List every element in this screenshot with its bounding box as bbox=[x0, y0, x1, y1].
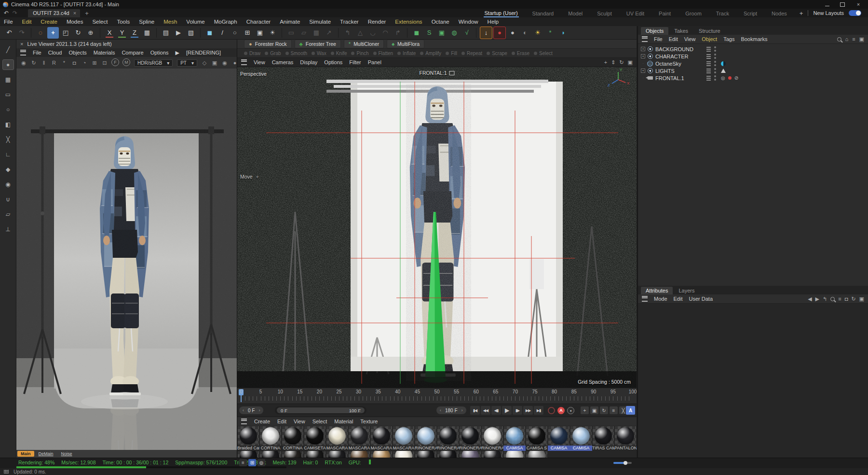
material-item[interactable]: CAMISA S bbox=[526, 426, 548, 451]
material-sphere[interactable] bbox=[484, 427, 501, 445]
autokey-mode-button[interactable]: A bbox=[626, 406, 635, 415]
forward-icon[interactable]: ▶ bbox=[815, 296, 819, 302]
material-sphere[interactable] bbox=[240, 427, 257, 445]
picker-icon[interactable]: ⊡ bbox=[100, 58, 109, 67]
material-sphere[interactable] bbox=[439, 427, 457, 445]
redo-icon[interactable]: ↷ bbox=[16, 27, 27, 39]
menu-mesh[interactable]: Mesh bbox=[163, 19, 177, 25]
octane-mix-material-icon[interactable]: ◐ bbox=[519, 27, 531, 39]
octane-spline-icon[interactable]: S bbox=[423, 27, 435, 39]
maximize-icon[interactable]: ▣ bbox=[628, 59, 633, 66]
material-item[interactable]: MASCARA bbox=[370, 426, 393, 451]
orbit-icon[interactable]: ↻ bbox=[619, 59, 624, 66]
layer-stack-icon[interactable] bbox=[706, 70, 711, 71]
material-item[interactable]: TIRAS CAM bbox=[592, 426, 614, 451]
live-viewer-menu-file[interactable]: File bbox=[33, 50, 41, 56]
material-menu-view[interactable]: View bbox=[294, 419, 305, 424]
visibility-dots[interactable] bbox=[714, 46, 716, 52]
menu-create[interactable]: Create bbox=[41, 19, 57, 25]
end-frame-field[interactable]: ‹ 180 F › bbox=[436, 406, 466, 414]
material-item[interactable]: MASCARA bbox=[348, 426, 370, 451]
buffer-tab-main[interactable]: Main bbox=[17, 451, 34, 457]
object-tree-row[interactable]: +BACKGROUND bbox=[638, 45, 868, 53]
sculpt-wax[interactable]: Wax bbox=[312, 51, 326, 56]
material-item[interactable]: MASCARA bbox=[393, 426, 415, 451]
live-viewer-menu-cloud[interactable]: Cloud bbox=[48, 50, 62, 56]
key-scale-toggle[interactable]: ▣ bbox=[590, 406, 598, 414]
attributes-menu-edit[interactable]: Edit bbox=[674, 296, 683, 302]
document-tab[interactable]: OUTFIT 23.c4d × bbox=[28, 9, 80, 17]
add-layout-button[interactable]: + bbox=[800, 10, 803, 17]
material-menu-edit[interactable]: Edit bbox=[277, 419, 286, 424]
sculpt-smooth[interactable]: Smooth bbox=[285, 51, 307, 56]
step-forward-icon[interactable]: ↱ bbox=[392, 27, 404, 39]
hamburger-icon[interactable] bbox=[241, 419, 247, 424]
layer-stack-icon[interactable] bbox=[706, 56, 711, 57]
workplane-tool-icon[interactable]: ▱ bbox=[2, 209, 14, 220]
expand-icon[interactable]: + bbox=[641, 54, 645, 58]
sculpt-fill[interactable]: Fill bbox=[446, 51, 457, 56]
menu-volume[interactable]: Volume bbox=[186, 19, 204, 25]
octane-environment-icon[interactable]: ◑ bbox=[557, 27, 569, 39]
sphere-tool-icon[interactable]: ◉ bbox=[2, 179, 14, 190]
layout-tab-startup-user-[interactable]: Startup (User) bbox=[484, 9, 519, 17]
compositing-tag[interactable] bbox=[721, 69, 726, 73]
menu-tracker[interactable]: Tracker bbox=[340, 19, 359, 25]
live-viewer-close-icon[interactable]: × bbox=[20, 41, 23, 47]
axis-z-button[interactable]: Z bbox=[129, 27, 140, 39]
preview-range-slider[interactable]: 0 F 100 F bbox=[275, 406, 366, 414]
sculpt-inflate[interactable]: Inflate bbox=[397, 51, 416, 56]
sculpt-scrape[interactable]: Scrape bbox=[487, 51, 507, 56]
light-icon[interactable]: ☀ bbox=[267, 27, 278, 39]
export-icon[interactable]: ↗ bbox=[323, 27, 335, 39]
material-sphere[interactable] bbox=[328, 427, 346, 445]
knife-tool-icon[interactable]: ╳ bbox=[2, 134, 14, 145]
sculpt-amplify[interactable]: Amplify bbox=[420, 51, 441, 56]
new-document-tab-button[interactable]: + bbox=[85, 10, 89, 17]
record-dot-tag[interactable] bbox=[728, 76, 732, 80]
camera-lock-icon[interactable]: ◉ bbox=[220, 58, 229, 67]
axis-tool-icon[interactable]: ⊥ bbox=[2, 224, 14, 235]
simulation-sphere-icon[interactable]: ● bbox=[2, 59, 14, 70]
layout-tab-groom[interactable]: Groom bbox=[684, 10, 703, 17]
menu-help[interactable]: Help bbox=[488, 19, 499, 25]
go-to-start-button[interactable]: ▮◀ bbox=[470, 406, 480, 415]
material-item[interactable]: CAMISETA bbox=[304, 426, 326, 451]
zoom-icon[interactable]: ⇕ bbox=[611, 59, 615, 66]
viewport-menu-panel[interactable]: Panel bbox=[368, 59, 381, 65]
region-box-icon[interactable]: ▣ bbox=[210, 58, 219, 67]
menu-spline[interactable]: Spline bbox=[139, 19, 154, 25]
tab-objects[interactable]: Objects bbox=[641, 27, 668, 35]
search-icon[interactable] bbox=[830, 297, 835, 301]
material-sphere[interactable] bbox=[506, 427, 523, 445]
material-sphere[interactable] bbox=[417, 427, 434, 445]
close-tab-icon[interactable]: × bbox=[73, 10, 76, 16]
viewport-menu-options[interactable]: Options bbox=[324, 59, 342, 65]
material-sphere[interactable] bbox=[306, 427, 324, 445]
material-item[interactable]: CORTINA bbox=[259, 426, 282, 451]
omni-move-icon[interactable]: ⊕ bbox=[85, 27, 96, 39]
grid-array-icon[interactable]: ⊞ bbox=[242, 27, 253, 39]
target-tag[interactable]: ◎ bbox=[721, 75, 725, 81]
live-viewer-render-view[interactable]: MainDeMainNoise bbox=[16, 69, 237, 458]
kernel-icon[interactable]: * bbox=[60, 58, 68, 67]
filter-icon[interactable]: ≡ bbox=[852, 36, 855, 42]
keyframe-selection-button[interactable]: ● bbox=[567, 407, 574, 414]
circle-tool-icon[interactable]: ○ bbox=[2, 104, 14, 115]
material-item[interactable]: CAMISA bbox=[570, 426, 592, 451]
hamburger-icon[interactable] bbox=[642, 36, 648, 42]
maximize-button[interactable] bbox=[840, 2, 845, 7]
clay-icon[interactable]: ◔ bbox=[80, 58, 89, 67]
visibility-dots[interactable] bbox=[714, 68, 716, 73]
record-keyframe-button[interactable] bbox=[548, 407, 555, 414]
object-manager-menu-view[interactable]: View bbox=[684, 36, 696, 42]
step-back-icon[interactable]: ↰ bbox=[342, 27, 353, 39]
previous-frame-button[interactable]: ◀▮ bbox=[491, 406, 501, 415]
object-picker-icon[interactable]: ◇ bbox=[200, 58, 209, 67]
material-sphere[interactable] bbox=[351, 427, 368, 445]
material-sphere[interactable] bbox=[461, 427, 479, 445]
camera-icon[interactable]: ▣ bbox=[254, 27, 266, 39]
menu-character[interactable]: Character bbox=[246, 19, 271, 25]
search-icon[interactable] bbox=[837, 37, 841, 42]
magnet-tool-icon[interactable]: ∪ bbox=[2, 194, 14, 205]
